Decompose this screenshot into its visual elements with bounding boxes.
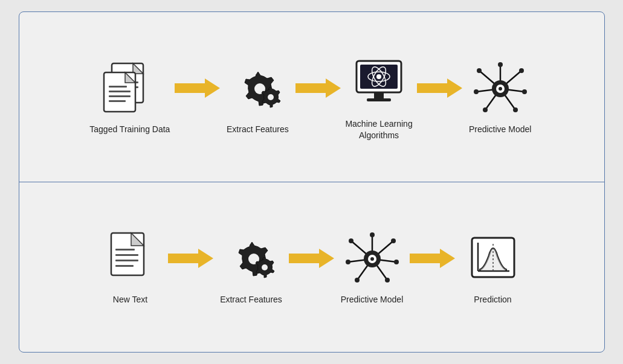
prediction-label: Prediction [474, 294, 511, 305]
svg-point-20 [376, 74, 381, 79]
arrow-5 [288, 246, 336, 270]
tagged-training-data-icon [100, 59, 160, 119]
svg-rect-44 [115, 249, 135, 251]
step-predictive-model-bottom: Predictive Model [339, 229, 405, 305]
top-row: Tagged Training Data [19, 12, 604, 182]
svg-point-35 [522, 89, 527, 94]
svg-point-37 [513, 107, 518, 112]
extract-features-bottom-label: Extract Features [220, 294, 282, 305]
svg-rect-47 [115, 265, 134, 267]
prediction-icon [463, 229, 523, 289]
svg-rect-19 [367, 98, 391, 101]
svg-marker-12 [175, 78, 220, 98]
svg-point-38 [498, 62, 503, 67]
svg-point-50 [262, 264, 268, 270]
ml-algorithms-icon [349, 53, 409, 113]
svg-rect-11 [109, 100, 126, 102]
arrow-1 [173, 76, 221, 100]
svg-point-62 [394, 260, 399, 264]
new-text-label: New Text [113, 294, 147, 305]
arrow-4 [167, 246, 215, 270]
svg-rect-45 [115, 254, 138, 256]
predictive-model-bottom-icon [342, 229, 402, 289]
svg-point-41 [499, 87, 502, 91]
svg-point-68 [370, 257, 374, 261]
predictive-model-top-label: Predictive Model [469, 124, 532, 135]
svg-point-59 [349, 238, 353, 243]
extract-features-top-label: Extract Features [227, 124, 289, 135]
svg-point-36 [483, 107, 488, 112]
main-container: Tagged Training Data [19, 11, 605, 353]
svg-rect-9 [109, 91, 131, 92]
step-extract-features-top: Extract Features [224, 59, 291, 135]
bottom-row: New Text [19, 182, 604, 352]
predictive-model-bottom-label: Predictive Model [341, 294, 404, 305]
svg-marker-24 [417, 78, 462, 98]
svg-marker-51 [289, 249, 334, 268]
svg-point-60 [391, 238, 396, 243]
extract-features-bottom-icon [221, 229, 282, 289]
step-tagged-training-data: Tagged Training Data [89, 59, 170, 135]
step-new-text: New Text [97, 229, 164, 305]
svg-marker-15 [295, 78, 341, 98]
svg-marker-69 [410, 249, 455, 268]
svg-rect-46 [115, 260, 138, 261]
svg-point-33 [519, 68, 524, 73]
svg-point-64 [385, 278, 390, 283]
new-text-icon [100, 229, 161, 289]
step-extract-features-bottom: Extract Features [218, 229, 285, 305]
svg-point-32 [477, 68, 482, 73]
svg-point-14 [268, 94, 274, 100]
svg-point-34 [474, 89, 479, 94]
tagged-training-data-label: Tagged Training Data [89, 124, 170, 135]
svg-point-63 [355, 278, 360, 283]
svg-rect-10 [109, 95, 131, 97]
svg-rect-8 [109, 86, 127, 88]
extract-features-top-icon [227, 59, 288, 119]
svg-marker-48 [168, 249, 213, 268]
svg-point-65 [370, 232, 375, 237]
step-prediction: Prediction [460, 229, 526, 305]
step-ml-algorithms: Machine Learning Algorithms [345, 53, 412, 140]
arrow-3 [416, 76, 464, 100]
arrow-6 [408, 246, 457, 270]
svg-rect-18 [374, 92, 384, 98]
ml-algorithms-label: Machine Learning Algorithms [345, 118, 412, 140]
step-predictive-model-top: Predictive Model [467, 59, 534, 135]
predictive-model-top-icon [470, 59, 531, 119]
svg-point-61 [346, 260, 350, 264]
arrow-2 [294, 76, 342, 100]
